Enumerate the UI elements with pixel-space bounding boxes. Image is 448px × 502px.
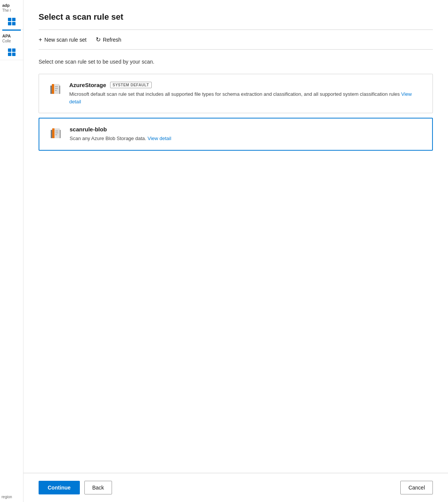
back-button[interactable]: Back	[84, 481, 112, 494]
sidebar-icon-group-2[interactable]	[0, 45, 23, 60]
rule-card-azure-storage[interactable]: AzureStorage SYSTEM DEFAULT Microsoft de…	[39, 74, 433, 113]
svg-rect-3	[55, 86, 58, 87]
svg-rect-8	[52, 128, 54, 138]
sidebar-subtitle-2: Colle	[2, 39, 21, 43]
panel: Select a scan rule set + New scan rule s…	[23, 0, 448, 473]
main-content: Select a scan rule set + New scan rule s…	[23, 0, 448, 502]
rule-card-scanrule-blob[interactable]: scanrule-blob Scan any Azure Blob Storag…	[39, 118, 433, 151]
grid-icon-2	[8, 48, 16, 56]
refresh-button[interactable]: ↻ Refresh	[96, 34, 121, 45]
panel-description: Select one scan rule set to be used by y…	[39, 59, 433, 65]
sidebar-title-2: APA	[2, 34, 21, 38]
svg-rect-10	[55, 133, 58, 133]
azure-storage-header: AzureStorage SYSTEM DEFAULT	[69, 82, 423, 88]
azure-storage-desc: Microsoft default scan rule set that inc…	[69, 90, 423, 105]
refresh-icon: ↻	[96, 36, 101, 43]
svg-rect-2	[52, 84, 54, 94]
azure-storage-content: AzureStorage SYSTEM DEFAULT Microsoft de…	[69, 82, 423, 105]
continue-button[interactable]: Continue	[39, 481, 80, 494]
plus-icon: +	[39, 36, 42, 43]
scanrule-blob-icon	[48, 126, 64, 141]
page-title: Select a scan rule set	[39, 12, 433, 22]
new-scan-rule-set-button[interactable]: + New scan rule set	[39, 35, 87, 45]
cancel-button[interactable]: Cancel	[400, 481, 433, 494]
toolbar: + New scan rule set ↻ Refresh	[39, 30, 433, 50]
svg-rect-9	[55, 131, 58, 131]
sidebar-section-1: adp The r	[0, 0, 23, 14]
new-scan-rule-set-label: New scan rule set	[44, 37, 86, 43]
footer: Continue Back Cancel	[23, 473, 448, 502]
svg-rect-4	[55, 88, 58, 89]
scanrule-blob-name: scanrule-blob	[70, 126, 107, 133]
sidebar-icon-group-1[interactable]	[0, 14, 23, 30]
refresh-label: Refresh	[103, 37, 121, 43]
svg-rect-5	[55, 90, 57, 91]
sidebar-region-label: region	[2, 495, 22, 499]
azure-storage-view-detail-link[interactable]: View detail	[69, 91, 412, 104]
scanrule-blob-view-detail-link[interactable]: View detail	[148, 136, 171, 141]
system-default-badge: SYSTEM DEFAULT	[110, 82, 152, 88]
azure-storage-name: AzureStorage	[69, 82, 106, 88]
grid-icon-1	[8, 18, 16, 25]
sidebar-title-1: adp	[2, 3, 21, 8]
sidebar-region: region	[0, 491, 23, 502]
scanrule-blob-header: scanrule-blob	[70, 126, 423, 133]
sidebar-subtitle-1: The r	[2, 8, 21, 12]
sidebar-section-2: APA Colle	[0, 31, 23, 45]
sidebar: adp The r APA Colle region	[0, 0, 23, 502]
svg-rect-11	[55, 134, 57, 135]
azure-storage-icon	[48, 82, 63, 97]
scanrule-blob-content: scanrule-blob Scan any Azure Blob Storag…	[70, 126, 423, 142]
scanrule-blob-desc: Scan any Azure Blob Storage data. View d…	[70, 135, 423, 142]
